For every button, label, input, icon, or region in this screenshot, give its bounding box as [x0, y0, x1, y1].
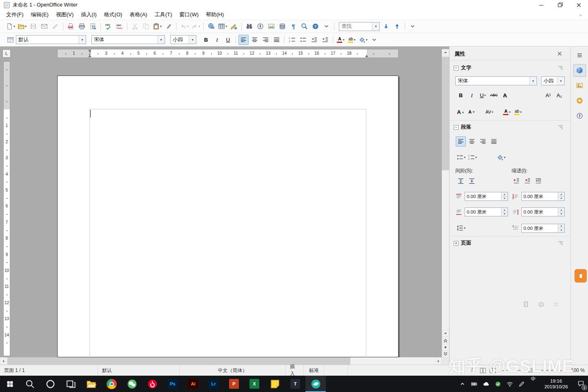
taskbar-lightroom[interactable]: Lr [203, 376, 224, 392]
scroll-left-button[interactable] [0, 357, 7, 365]
taskbar-chrome[interactable] [101, 376, 122, 392]
overlay-icon-3[interactable] [550, 301, 562, 308]
zoom-button[interactable] [299, 21, 310, 31]
background-color-button[interactable]: ▾ [358, 35, 368, 45]
decrease-paragraph-spacing-button[interactable] [467, 176, 477, 186]
security-icon[interactable] [492, 376, 504, 392]
above-paragraph-spacing-input[interactable]: 0.00 厘米 ▲▼ [465, 192, 508, 201]
increase-paragraph-spacing-button[interactable] [456, 176, 466, 186]
tab-stop-type-button[interactable]: L [2, 49, 11, 58]
overlay-icon-2[interactable] [535, 301, 547, 308]
align-justify-button[interactable] [489, 136, 499, 147]
superscript-button[interactable]: A¹ [543, 90, 553, 100]
increase-indent-button[interactable] [511, 176, 521, 186]
restore-button[interactable] [550, 0, 569, 10]
menu-item-format[interactable]: 格式(O) [100, 10, 126, 20]
menu-item-edit[interactable]: 编辑(E) [27, 10, 52, 20]
spin-buttons[interactable]: ▲▼ [558, 224, 564, 232]
left-indent-marker[interactable] [88, 55, 91, 57]
bold-button[interactable]: B [201, 35, 211, 45]
underline-button[interactable]: U [223, 35, 233, 45]
slider-thumb[interactable] [529, 368, 532, 372]
taskbar-clock[interactable]: 19:16 2019/10/26 [539, 376, 573, 392]
action-center-button[interactable]: 1 [573, 376, 588, 392]
taskbar-excel[interactable]: X [244, 376, 265, 392]
format-paintbrush-button[interactable] [163, 21, 174, 31]
sidebar-close-button[interactable] [554, 50, 566, 58]
font-color-button[interactable]: A▾ [336, 35, 346, 45]
spin-buttons[interactable]: ▲▼ [501, 208, 508, 216]
statusbar-insert-mode[interactable]: 插入 [286, 365, 304, 376]
taskbar-sticky-notes[interactable] [265, 376, 285, 392]
print-button[interactable] [77, 21, 87, 31]
numbering-button[interactable]: 1.2. [287, 35, 297, 45]
save-button[interactable] [28, 21, 38, 31]
pen-input-icon[interactable] [516, 376, 528, 392]
zoom-slider[interactable] [506, 367, 555, 374]
sidebar-font-size-combobox[interactable]: 小四 ▾ [541, 76, 565, 85]
scroll-right-button[interactable] [435, 357, 442, 365]
font-size-combobox[interactable]: 小四 ▾ [170, 35, 196, 44]
edit-file-button[interactable] [50, 21, 60, 31]
after-text-indent-input[interactable]: 0.00 厘米 ▲▼ [521, 207, 565, 216]
statusbar-selection-mode[interactable]: 标准 [304, 365, 324, 376]
previous-page-button[interactable] [442, 337, 449, 344]
paragraph-background-button[interactable]: ▾ [496, 152, 506, 163]
taskbar-netease-music[interactable] [142, 376, 163, 392]
hidden-icons-button[interactable] [457, 376, 468, 392]
align-justify-button[interactable] [272, 35, 282, 45]
menu-item-file[interactable]: 文件(F) [2, 10, 27, 20]
sidebar-settings-button[interactable] [573, 49, 586, 62]
close-button[interactable] [569, 0, 588, 10]
formatting-marks-button[interactable]: ¶ [288, 21, 298, 31]
taskbar-task-view[interactable] [60, 376, 81, 392]
export-pdf-button[interactable]: PDF [66, 21, 76, 31]
help-button[interactable]: ? [310, 21, 321, 31]
minimize-button[interactable] [532, 0, 550, 10]
chevron-down-icon[interactable]: ▾ [157, 36, 165, 44]
chevron-down-icon[interactable]: ▾ [557, 77, 564, 85]
taskbar-cortana[interactable] [40, 376, 60, 392]
vertical-ruler[interactable]: 1234567891011121314 [3, 61, 10, 356]
highlighting-button[interactable]: ab▾ [513, 107, 523, 117]
taskbar-active-app[interactable] [305, 376, 326, 392]
menu-item-window[interactable]: 窗口(W) [176, 10, 202, 20]
font-name-combobox[interactable]: 宋体 ▾ [91, 35, 165, 44]
statusbar-language[interactable]: 中文（简体） [180, 365, 286, 376]
spin-buttons[interactable]: ▲▼ [501, 192, 508, 200]
find-replace-button[interactable] [244, 21, 254, 31]
first-line-indent-marker[interactable] [88, 50, 91, 52]
copy-button[interactable] [141, 21, 151, 31]
shadow-button[interactable]: A [500, 90, 510, 100]
collapse-icon[interactable]: − [454, 66, 459, 71]
properties-tab[interactable] [573, 64, 586, 77]
chevron-down-icon[interactable]: ▾ [529, 77, 537, 85]
decrease-font-size-button[interactable]: A▼ [467, 107, 477, 117]
bullets-button[interactable]: ▾ [456, 152, 466, 163]
styles-tab[interactable] [573, 94, 586, 107]
align-center-button[interactable] [467, 136, 477, 147]
bold-button[interactable]: B [456, 90, 466, 100]
below-paragraph-spacing-input[interactable]: 0.00 厘米 ▲▼ [465, 207, 508, 216]
paragraph-style-combobox[interactable]: 默认 ▾ [16, 35, 86, 44]
chevron-down-icon[interactable]: ▾ [372, 22, 379, 31]
next-page-button[interactable] [442, 350, 449, 357]
paste-button[interactable]: ▾ [152, 21, 163, 31]
statusbar-page-style[interactable]: 默认 [98, 365, 180, 376]
align-center-button[interactable] [249, 35, 260, 45]
chevron-down-icon[interactable]: ▾ [78, 36, 86, 44]
scroll-down-button[interactable] [442, 330, 449, 337]
increase-indent-button[interactable] [320, 35, 330, 45]
align-right-button[interactable] [478, 136, 488, 147]
spelling-button[interactable]: ABC [103, 21, 114, 31]
character-spacing-button[interactable]: AV▾ [484, 107, 494, 117]
horizontal-scrollbar[interactable] [0, 357, 442, 365]
menu-item-view[interactable]: 视图(V) [52, 10, 77, 20]
find-input[interactable]: 查找 ▾ [339, 22, 380, 31]
collapse-icon[interactable]: − [454, 125, 459, 130]
menu-item-help[interactable]: 帮助(H) [202, 10, 227, 20]
align-left-button[interactable] [456, 136, 466, 147]
taskbar-file-explorer[interactable] [81, 376, 101, 392]
sidebar-font-name-combobox[interactable]: 宋体 ▾ [455, 76, 537, 85]
line-spacing-button[interactable]: ▾ [456, 223, 466, 233]
